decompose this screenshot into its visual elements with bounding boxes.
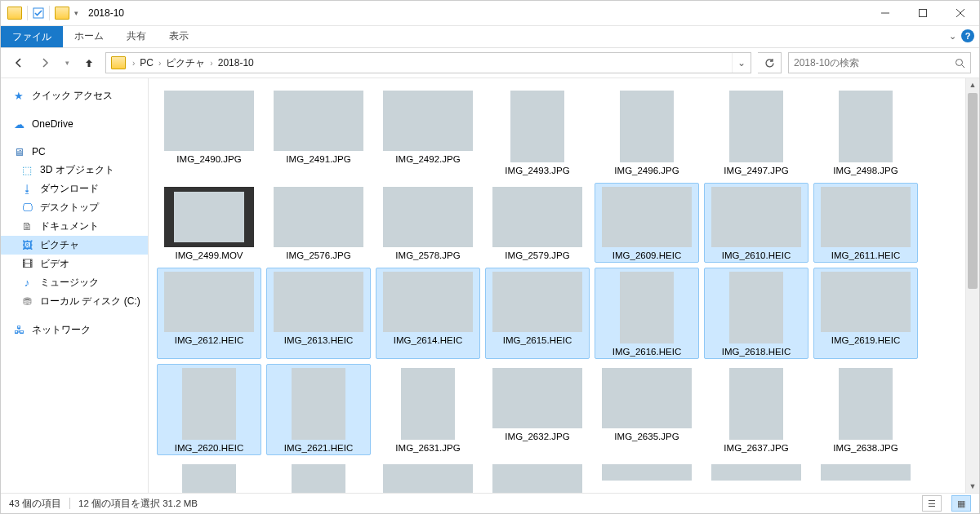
file-item[interactable]: IMG_2615.HEIC xyxy=(485,268,590,359)
file-item[interactable]: IMG_2499.MOV xyxy=(157,183,261,263)
file-item[interactable]: IMG_2493.JPG xyxy=(485,86,590,178)
sidebar-network[interactable]: 🖧 ネットワーク xyxy=(1,321,148,339)
breadcrumb-pc[interactable]: PC xyxy=(136,57,157,69)
image-thumbnail xyxy=(821,187,911,247)
image-thumbnail xyxy=(492,368,582,428)
image-thumbnail xyxy=(401,368,455,440)
file-name-label: IMG_2576.JPG xyxy=(286,250,350,260)
file-name-label: IMG_2496.JPG xyxy=(614,166,679,175)
file-item[interactable]: IMG_2609.HEIC xyxy=(595,183,699,263)
qat-dropdown-icon[interactable]: ▾ xyxy=(74,9,78,17)
file-item[interactable]: IMG_2497.JPG xyxy=(704,86,808,178)
ribbon-expand-icon[interactable]: ⌄ xyxy=(949,31,956,42)
recent-dropdown-button[interactable]: ▾ xyxy=(61,53,73,73)
file-item[interactable]: IMG_2635.JPG xyxy=(595,364,699,455)
minimize-button[interactable] xyxy=(866,1,904,25)
file-item[interactable]: IMG_2498.JPG xyxy=(813,86,918,178)
close-button[interactable] xyxy=(942,1,979,25)
ribbon-tab-home[interactable]: ホーム xyxy=(63,25,115,47)
sidebar-quick-access[interactable]: ★ クイック アクセス xyxy=(1,86,148,105)
file-item[interactable]: IMG_2492.JPG xyxy=(376,86,480,178)
file-name-label: IMG_2616.HEIC xyxy=(612,347,681,357)
file-tab[interactable]: ファイル xyxy=(1,26,63,47)
sidebar-pc[interactable]: 🖥 PC xyxy=(1,143,148,161)
search-box[interactable]: 2018-10の検索 xyxy=(788,52,971,73)
file-item-partial[interactable] xyxy=(595,460,699,493)
scroll-down-icon[interactable]: ▼ xyxy=(966,480,979,493)
folder-icon[interactable] xyxy=(55,7,69,20)
file-name-label: IMG_2610.HEIC xyxy=(722,250,791,260)
image-thumbnail xyxy=(164,91,254,151)
cloud-icon: ☁ xyxy=(12,117,25,131)
image-thumbnail xyxy=(839,368,893,440)
file-item[interactable]: IMG_2632.JPG xyxy=(485,364,590,455)
file-item[interactable]: IMG_2610.HEIC xyxy=(704,183,808,263)
up-button[interactable] xyxy=(79,53,99,73)
address-dropdown-icon[interactable]: ⌄ xyxy=(732,53,751,73)
nav-pane[interactable]: ★ クイック アクセス ☁ OneDrive 🖥 PC ⬚ 3D オブジェクト xyxy=(1,78,149,493)
sidebar-documents[interactable]: 🗎 ドキュメント xyxy=(1,217,148,236)
refresh-button[interactable] xyxy=(758,52,782,73)
file-item[interactable]: IMG_2631.JPG xyxy=(376,364,480,455)
breadcrumb-pictures[interactable]: ピクチャ xyxy=(163,56,208,70)
file-item[interactable]: IMG_2579.JPG xyxy=(485,183,590,263)
file-item[interactable]: IMG_2576.JPG xyxy=(266,183,371,263)
forward-button[interactable] xyxy=(35,53,55,73)
file-item[interactable]: IMG_2613.HEIC xyxy=(266,268,371,359)
file-pane[interactable]: IMG_2490.JPGIMG_2491.JPGIMG_2492.JPGIMG_… xyxy=(149,78,965,493)
file-item-partial[interactable] xyxy=(813,460,918,493)
image-thumbnail xyxy=(274,272,363,332)
chevron-right-icon[interactable]: › xyxy=(208,59,214,68)
file-item[interactable]: IMG_2638.JPG xyxy=(813,364,918,455)
file-item[interactable]: IMG_2642.JPG xyxy=(266,460,371,493)
file-name-label: IMG_2497.JPG xyxy=(724,166,788,175)
file-item[interactable]: IMG_2491.JPG xyxy=(266,86,371,178)
ribbon-tab-share[interactable]: 共有 xyxy=(115,25,158,47)
help-icon[interactable]: ? xyxy=(961,29,974,42)
sidebar-desktop[interactable]: 🖵 デスクトップ xyxy=(1,198,148,217)
ribbon-tab-view[interactable]: 表示 xyxy=(158,25,200,47)
file-item[interactable]: IMG_2619.HEIC xyxy=(813,268,918,359)
view-details-button[interactable]: ☰ xyxy=(922,495,942,512)
chevron-right-icon[interactable]: › xyxy=(157,59,163,68)
file-item[interactable]: IMG_2578.JPG xyxy=(376,183,480,263)
file-item[interactable]: IMG_2644.JPG xyxy=(376,460,480,493)
sidebar-downloads[interactable]: ⭳ ダウンロード xyxy=(1,179,148,198)
scroll-up-icon[interactable]: ▲ xyxy=(966,78,979,91)
music-icon: ♪ xyxy=(20,277,33,290)
sidebar-3d-objects[interactable]: ⬚ 3D オブジェクト xyxy=(1,161,148,179)
file-item[interactable]: IMG_2620.HEIC xyxy=(157,364,261,455)
vertical-scrollbar[interactable]: ▲ ▼ xyxy=(965,78,979,493)
file-item[interactable]: IMG_2637.JPG xyxy=(704,364,808,455)
file-item-partial[interactable] xyxy=(704,460,808,493)
file-item[interactable]: IMG_2676.JPG xyxy=(485,460,590,493)
file-item[interactable]: IMG_2611.HEIC xyxy=(813,183,918,263)
file-item[interactable]: IMG_2641.JPG xyxy=(157,460,261,493)
sidebar-music[interactable]: ♪ ミュージック xyxy=(1,273,148,292)
file-item[interactable]: IMG_2490.JPG xyxy=(157,86,261,178)
address-bar[interactable]: › PC › ピクチャ › 2018-10 ⌄ xyxy=(105,52,751,73)
back-button[interactable] xyxy=(9,53,29,73)
file-item[interactable]: IMG_2496.JPG xyxy=(595,86,699,178)
file-item[interactable]: IMG_2618.HEIC xyxy=(704,268,808,359)
file-item[interactable]: IMG_2612.HEIC xyxy=(157,268,261,359)
body: ★ クイック アクセス ☁ OneDrive 🖥 PC ⬚ 3D オブジェクト xyxy=(1,78,979,493)
chevron-right-icon[interactable]: › xyxy=(131,59,136,68)
file-name-label: IMG_2632.JPG xyxy=(505,432,569,441)
file-item[interactable]: IMG_2616.HEIC xyxy=(595,268,699,359)
view-thumbnails-button[interactable]: ▦ xyxy=(951,495,971,512)
image-thumbnail xyxy=(274,91,363,151)
sidebar-pictures[interactable]: 🖼 ピクチャ xyxy=(1,236,148,255)
qat-properties-icon[interactable] xyxy=(33,7,44,19)
svg-point-5 xyxy=(956,59,963,65)
sidebar-local-disk[interactable]: ⛃ ローカル ディスク (C:) xyxy=(1,292,148,311)
search-icon xyxy=(955,58,965,69)
breadcrumb-current[interactable]: 2018-10 xyxy=(215,57,257,69)
file-item[interactable]: IMG_2614.HEIC xyxy=(376,268,480,359)
sidebar-videos[interactable]: 🎞 ビデオ xyxy=(1,255,148,273)
scroll-thumb[interactable] xyxy=(968,93,978,289)
maximize-button[interactable] xyxy=(904,1,942,25)
sidebar-onedrive[interactable]: ☁ OneDrive xyxy=(1,115,148,133)
file-name-label: IMG_2491.JPG xyxy=(286,154,350,164)
file-item[interactable]: IMG_2621.HEIC xyxy=(266,364,371,455)
